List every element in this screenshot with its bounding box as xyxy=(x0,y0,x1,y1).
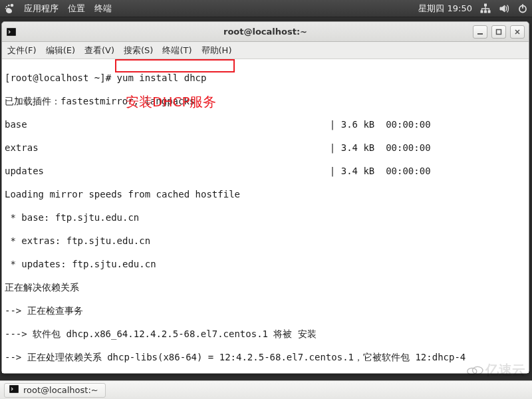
term-line: 正在解决依赖关系 xyxy=(5,282,526,294)
menu-view[interactable]: 查看(V) xyxy=(84,45,114,57)
term-line: * base: ftp.sjtu.edu.cn xyxy=(5,212,526,224)
volume-icon[interactable] xyxy=(499,3,509,14)
term-line: 已加载插件：fastestmirror, langpacks xyxy=(5,96,526,108)
terminal-content[interactable]: [root@localhost ~]# yum install dhcp 已加载… xyxy=(2,59,529,373)
svg-rect-12 xyxy=(497,29,501,34)
panel-terminal[interactable]: 终端 xyxy=(94,3,112,15)
svg-rect-6 xyxy=(485,11,487,13)
svg-point-3 xyxy=(5,7,7,9)
desktop-area: root@localhost:~ 文件(F) 编辑(E) 查看(V) 搜索(S)… xyxy=(0,17,532,380)
window-maximize-button[interactable] xyxy=(491,25,506,39)
svg-rect-11 xyxy=(477,33,483,35)
term-line: --> 正在检查事务 xyxy=(5,305,526,317)
menu-file[interactable]: 文件(F) xyxy=(7,45,37,57)
network-icon[interactable] xyxy=(480,3,491,14)
menu-help[interactable]: 帮助(H) xyxy=(201,45,232,57)
terminal-app-icon xyxy=(9,384,19,396)
term-line: Loading mirror speeds from cached hostfi… xyxy=(5,189,526,201)
svg-rect-16 xyxy=(10,386,18,392)
svg-rect-4 xyxy=(485,4,487,6)
window-close-button[interactable] xyxy=(510,25,525,39)
svg-rect-10 xyxy=(7,29,15,35)
term-line: ---> 软件包 dhcp.x86_64.12.4.2.5-68.el7.cen… xyxy=(5,329,526,340)
top-panel: 应用程序 位置 终端 星期四 19:50 xyxy=(0,0,532,17)
panel-clock[interactable]: 星期四 19:50 xyxy=(418,3,472,15)
shell-command: yum install dhcp xyxy=(117,72,207,83)
panel-places[interactable]: 位置 xyxy=(68,3,85,15)
term-line: * updates: ftp.sjtu.edu.cn xyxy=(5,259,526,271)
svg-point-2 xyxy=(6,5,7,7)
window-titlebar[interactable]: root@localhost:~ xyxy=(2,22,529,42)
svg-point-1 xyxy=(8,4,10,6)
gnome-logo-icon xyxy=(4,3,15,14)
menu-terminal[interactable]: 终端(T) xyxy=(162,45,192,57)
term-line: * extras: ftp.sjtu.edu.cn xyxy=(5,235,526,247)
window-minimize-button[interactable] xyxy=(473,25,487,39)
panel-applications[interactable]: 应用程序 xyxy=(24,3,59,15)
bottom-panel: root@localhost:~ xyxy=(0,380,532,399)
taskbar-item-label: root@localhost:~ xyxy=(23,385,98,395)
power-icon[interactable] xyxy=(517,3,528,14)
svg-rect-7 xyxy=(488,11,490,13)
annotation-box xyxy=(115,59,235,72)
terminal-window: root@localhost:~ 文件(F) 编辑(E) 查看(V) 搜索(S)… xyxy=(1,21,529,374)
window-menubar: 文件(F) 编辑(E) 查看(V) 搜索(S) 终端(T) 帮助(H) xyxy=(2,42,529,59)
term-line: --> 正在处理依赖关系 dhcp-libs(x86-64) = 12:4.2.… xyxy=(5,352,526,364)
term-line: extras | 3.4 kB 00:00:00 xyxy=(5,142,526,154)
svg-rect-5 xyxy=(481,11,483,13)
term-line: updates | 3.4 kB 00:00:00 xyxy=(5,166,526,178)
terminal-app-icon xyxy=(6,27,17,37)
taskbar-terminal-item[interactable]: root@localhost:~ xyxy=(4,383,106,398)
menu-edit[interactable]: 编辑(E) xyxy=(46,45,75,57)
menu-search[interactable]: 搜索(S) xyxy=(124,45,153,57)
term-line: base | 3.6 kB 00:00:00 xyxy=(5,119,526,131)
svg-point-0 xyxy=(11,3,14,7)
window-title: root@localhost:~ xyxy=(2,27,529,37)
shell-prompt: [root@localhost ~]# xyxy=(5,72,117,83)
